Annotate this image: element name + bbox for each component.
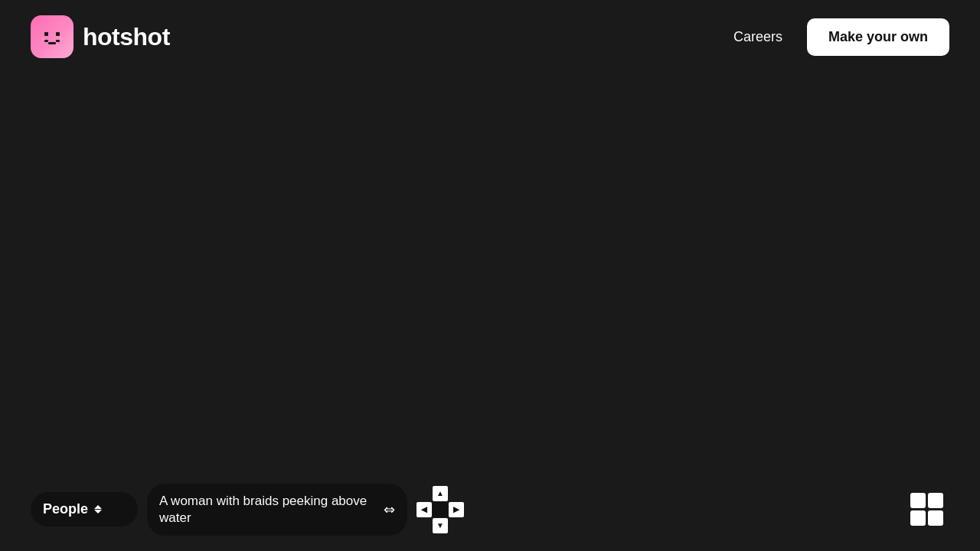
svg-rect-3 xyxy=(56,40,60,42)
dpad-left-button[interactable]: ◀ xyxy=(416,502,432,517)
nav-area: Careers Make your own xyxy=(733,18,949,56)
grid-cell-2 xyxy=(928,493,943,508)
grid-view-button[interactable] xyxy=(904,487,949,532)
brand-name: hotshot xyxy=(83,23,170,51)
svg-rect-1 xyxy=(56,32,60,36)
logo-face-svg xyxy=(38,22,67,51)
main-content xyxy=(0,73,980,474)
svg-rect-6 xyxy=(60,37,63,40)
bottom-bar: People A woman with braids peeking above… xyxy=(0,484,980,536)
dpad-left-icon: ◀ xyxy=(421,505,427,514)
prompt-text: A woman with braids peeking above water xyxy=(159,493,374,527)
dpad-up-icon: ▲ xyxy=(436,489,444,497)
chevron-up-icon xyxy=(94,505,102,509)
dpad-empty-tl xyxy=(416,486,432,501)
make-your-own-button[interactable]: Make your own xyxy=(807,18,949,56)
brand-area: hotshot xyxy=(31,15,170,58)
grid-cell-3 xyxy=(910,510,926,526)
svg-rect-0 xyxy=(44,32,48,36)
header: hotshot Careers Make your own xyxy=(0,0,980,73)
direction-controls: ▲ ◀ ▶ ▼ xyxy=(416,486,464,533)
svg-rect-2 xyxy=(44,40,48,42)
grid-cell-1 xyxy=(910,493,926,508)
dpad-empty-tr xyxy=(449,486,464,501)
dpad-right-button[interactable]: ▶ xyxy=(449,502,464,517)
chevron-down-icon xyxy=(94,510,102,514)
expand-arrows: ⇔ xyxy=(384,501,395,518)
dpad: ▲ ◀ ▶ ▼ xyxy=(416,486,464,533)
dpad-up-button[interactable]: ▲ xyxy=(433,486,448,501)
category-label: People xyxy=(43,501,88,517)
dpad-empty-br xyxy=(449,518,464,533)
dpad-right-icon: ▶ xyxy=(453,505,459,514)
category-selector[interactable]: People xyxy=(31,492,138,527)
dpad-center xyxy=(433,502,448,517)
svg-rect-4 xyxy=(48,42,56,44)
svg-rect-5 xyxy=(41,37,44,40)
prompt-area[interactable]: A woman with braids peeking above water … xyxy=(147,484,407,536)
dpad-down-icon: ▼ xyxy=(436,521,444,530)
careers-link[interactable]: Careers xyxy=(733,29,782,45)
grid-cell-4 xyxy=(928,510,943,526)
dpad-empty-bl xyxy=(416,518,432,533)
logo-icon[interactable] xyxy=(31,15,74,58)
dpad-down-button[interactable]: ▼ xyxy=(433,518,448,533)
expand-icon[interactable]: ⇔ xyxy=(384,501,395,518)
category-chevrons xyxy=(94,505,102,514)
